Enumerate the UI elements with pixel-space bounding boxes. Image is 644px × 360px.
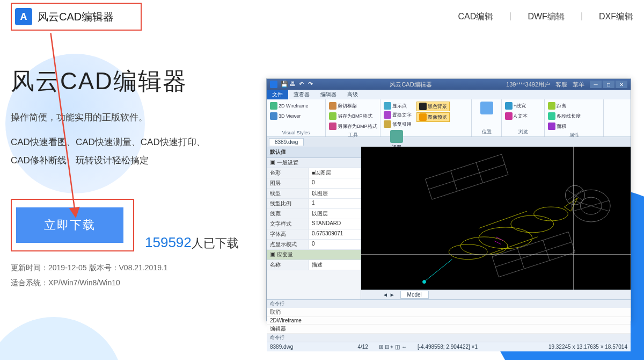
close-icon[interactable]: ✕ <box>616 81 627 88</box>
visual-style-3d[interactable]: 3D Viewer <box>269 112 310 120</box>
svg-line-4 <box>479 211 527 228</box>
meta-line-1: 更新时间：2019-12-05 版本号：V08.21.2019.1 <box>11 260 252 275</box>
rib-lineweight[interactable]: +线宽 <box>504 102 529 110</box>
hero-subtitle: 操作简便，功能实用的正版软件。 <box>11 110 252 125</box>
hero-feature-2: CAD修补断线、玩转设计轻松搞定 <box>11 152 252 170</box>
rib-position[interactable] <box>474 102 499 116</box>
crosshair-horizontal <box>361 254 631 255</box>
rib-replace-text[interactable]: 置换文字 <box>383 111 413 119</box>
visual-style-2d[interactable]: 2D Wireframe <box>269 102 310 110</box>
nav-dxf[interactable]: DXF编辑 <box>599 11 633 23</box>
ribbon-group-visual-styles: 2D Wireframe 3D Viewer Visual Styles <box>267 99 326 136</box>
cmd-label-1: 命令行 <box>267 300 631 308</box>
status-snap-icons[interactable]: ⊞ ⊟ ⌖ ◫ ↔ <box>379 344 407 350</box>
cmd-line: 2DWireframe <box>267 317 631 325</box>
qat-save-icon[interactable]: 💾 <box>281 81 288 88</box>
minimize-icon[interactable]: ─ <box>590 81 602 88</box>
rib-text[interactable]: A 文本 <box>504 112 529 120</box>
download-count: 159592人已下载 <box>145 234 239 251</box>
status-coord1: [-4.498558; 2.904422] ×1 <box>418 344 478 350</box>
model-tab[interactable]: Model <box>400 291 429 299</box>
svg-line-23 <box>426 260 452 281</box>
ribbon-group-tools: 剪切框架 另存为BMP格式 另保存为BMP格式 工具 <box>326 99 380 136</box>
app-titlebar: 💾 🖶 ↶ ↷ 风云CAD编辑器 139****3492用户 客服 菜单 ─ □… <box>267 79 631 90</box>
props-row[interactable]: 线型以图层 <box>267 189 361 199</box>
svg-line-5 <box>489 237 538 254</box>
ribbon-tab-view[interactable]: 查看器 <box>288 90 315 99</box>
svg-point-3 <box>449 244 487 260</box>
props-group-general[interactable]: ▣ 一般设置 <box>267 158 361 168</box>
app-screenshot: 💾 🖶 ↶ ↷ 风云CAD编辑器 139****3492用户 客服 菜单 ─ □… <box>266 78 631 321</box>
cmd-label-2: 命令行 <box>267 334 631 342</box>
hero-title: 风云CAD编辑器 <box>11 66 252 97</box>
svg-point-2 <box>460 237 508 255</box>
workspace: 默认值 ▣ 一般设置 色彩■以图层图层0线型以图层线型比例1线宽以图层文字样式S… <box>267 147 631 299</box>
app-user: 139****3492用户 <box>506 81 550 89</box>
props-row[interactable]: 文字样式STANDARD <box>267 219 361 229</box>
nav-cad[interactable]: CAD编辑 <box>458 11 493 23</box>
props-row[interactable]: 色彩■以图层 <box>267 168 361 178</box>
props-head: 默认值 <box>267 147 361 158</box>
props-group-vars[interactable]: ▣ 应变量 <box>267 250 361 260</box>
download-count-suffix: 人已下载 <box>192 236 239 250</box>
ribbon-group-cad-settings: 显示点 置换文字 修复引用 黑色背景 图像预览 视图 CAD绘画设置 <box>380 99 472 136</box>
status-bar: 8389.dwg 4/12 ⊞ ⊟ ⌖ ◫ ↔ [-4.498558; 2.90… <box>267 342 631 351</box>
logo-area[interactable]: A 风云CAD编辑器 <box>11 3 142 31</box>
nav-divider: | <box>509 11 511 23</box>
app-menu[interactable]: 菜单 <box>573 81 584 89</box>
rib-cut-frame[interactable]: 剪切框架 <box>328 102 378 110</box>
qat-print-icon[interactable]: 🖶 <box>290 81 297 88</box>
svg-line-26 <box>496 237 503 241</box>
ribbon-tab-file[interactable]: 文件 <box>267 90 288 99</box>
quick-access-toolbar: 💾 🖶 ↶ ↷ <box>281 81 316 88</box>
ribbon-group-attr: 距离 多段线长度 面积 属性 <box>545 99 604 136</box>
rib-save-bmp[interactable]: 另存为BMP格式 <box>328 112 378 120</box>
props-row[interactable]: 字体高0.675309071 <box>267 229 361 240</box>
svg-point-6 <box>511 215 554 233</box>
download-row: 立即下载 159592人已下载 <box>11 199 252 251</box>
rib-polyline-len[interactable]: 多段线长度 <box>547 112 582 120</box>
meta-info: 更新时间：2019-12-05 版本号：V08.21.2019.1 适合系统：X… <box>11 260 252 290</box>
rib-show-point[interactable]: 显示点 <box>383 102 413 110</box>
maximize-icon[interactable]: □ <box>603 81 614 88</box>
rib-image-preview[interactable]: 图像预览 <box>416 112 450 122</box>
qat-undo-icon[interactable]: ↶ <box>299 81 306 88</box>
ribbon-body: 2D Wireframe 3D Viewer Visual Styles 剪切框… <box>267 99 631 137</box>
status-page: 4/12 <box>357 344 368 350</box>
hero-feature-1: CAD快速看图、CAD快速测量、CAD快速打印、 <box>11 133 252 152</box>
ribbon-tabs: 文件 查看器 编辑器 高级 <box>267 90 631 99</box>
qat-redo-icon[interactable]: ↷ <box>308 81 316 88</box>
nav-divider: | <box>581 11 583 23</box>
properties-panel: 默认值 ▣ 一般设置 色彩■以图层图层0线型以图层线型比例1线宽以图层文字样式S… <box>267 147 361 299</box>
window-controls: ─ □ ✕ <box>590 81 627 88</box>
rib-area[interactable]: 面积 <box>547 122 582 131</box>
svg-point-24 <box>423 280 426 284</box>
download-highlight-box: 立即下载 <box>11 199 134 251</box>
cmd-line: 取消 <box>267 308 631 317</box>
nav-dwf[interactable]: DWF编辑 <box>528 11 564 23</box>
logo-text: 风云CAD编辑器 <box>38 10 114 24</box>
svg-line-11 <box>429 164 505 189</box>
hero: 风云CAD编辑器 操作简便，功能实用的正版软件。 CAD快速看图、CAD快速测量… <box>0 33 252 290</box>
props-row[interactable]: 线型比例1 <box>267 199 361 209</box>
rib-fix-ref[interactable]: 修复引用 <box>383 120 413 128</box>
cmd-line: 编辑器 <box>267 325 631 334</box>
props-row[interactable]: 图层0 <box>267 178 361 189</box>
drawing-canvas[interactable]: ◄ ► Model <box>361 147 631 299</box>
rib-save-bmp2[interactable]: 另保存为BMP格式 <box>328 122 378 131</box>
app-icon <box>270 81 277 88</box>
ribbon-tab-advanced[interactable]: 高级 <box>342 90 363 99</box>
rib-distance[interactable]: 距离 <box>547 102 582 110</box>
props-row[interactable]: 点显示模式0 <box>267 240 361 250</box>
status-coord2: 19.32245 x 13.17635 × 18.57014 <box>548 344 627 350</box>
satellite-wireframe <box>361 147 631 290</box>
ribbon-tab-edit[interactable]: 编辑器 <box>315 90 342 99</box>
rib-black-bg[interactable]: 黑色背景 <box>416 102 450 111</box>
props-row[interactable]: 线宽以图层 <box>267 209 361 219</box>
meta-line-2: 适合系统：XP/Win7/Win8/Win10 <box>11 275 252 290</box>
document-tab-active[interactable]: 8389.dwg <box>269 138 304 146</box>
app-service[interactable]: 客服 <box>555 81 567 89</box>
status-file: 8389.dwg <box>270 344 293 350</box>
model-tab-bar: ◄ ► Model <box>361 290 631 299</box>
download-button[interactable]: 立即下载 <box>16 207 123 243</box>
